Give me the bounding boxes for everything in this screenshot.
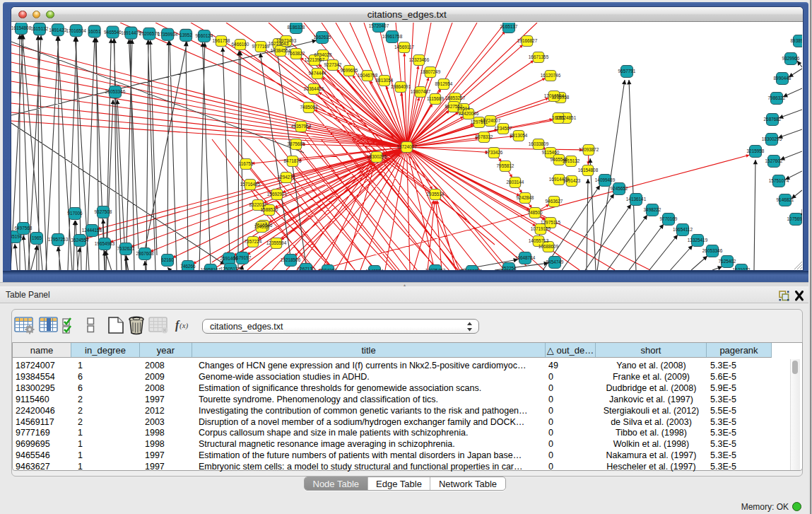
svg-text:1733426: 1733426 [486,150,503,155]
svg-text:114519: 114519 [254,224,269,229]
svg-text:39514: 39514 [457,106,470,111]
svg-text:17016504: 17016504 [66,28,86,33]
svg-text:16051: 16051 [88,28,101,33]
svg-text:18807249: 18807249 [420,69,441,74]
svg-text:10688609: 10688609 [539,244,559,249]
svg-text:6466160: 6466160 [232,42,249,47]
svg-text:9463627: 9463627 [546,199,563,204]
svg-text:17016504: 17016504 [544,93,565,98]
svg-text:7357224: 7357224 [245,239,262,244]
svg-text:8186328: 8186328 [288,25,305,30]
svg-text:7986322: 7986322 [768,95,786,100]
svg-text:9146821: 9146821 [777,197,794,202]
svg-text:6679197: 6679197 [234,255,252,260]
svg-text:1621072: 1621072 [733,267,751,270]
svg-text:1527602: 1527602 [765,158,783,163]
svg-text:9242848: 9242848 [517,195,534,200]
svg-text:252254: 252254 [501,266,517,270]
svg-text:7485063: 7485063 [300,105,318,110]
svg-text:1234567: 1234567 [495,126,512,131]
svg-text:16154808: 16154808 [11,25,32,30]
svg-text:12444158: 12444158 [82,228,102,233]
svg-text:1294275: 1294275 [278,175,295,180]
svg-text:13952: 13952 [180,33,192,37]
svg-text:11451943: 11451943 [11,234,25,239]
svg-text:(x): (x) [180,321,189,330]
svg-text:1961758: 1961758 [213,38,230,43]
svg-text:16046798: 16046798 [358,73,378,78]
svg-text:17957253: 17957253 [48,237,69,242]
svg-text:3875685: 3875685 [288,141,305,146]
svg-text:917006: 917006 [67,211,83,216]
svg-text:14569117: 14569117 [394,45,414,49]
svg-text:12505135: 12505135 [220,267,241,270]
svg-text:49357964: 49357964 [291,124,312,129]
svg-text:15692971: 15692971 [267,192,288,197]
svg-text:15751074: 15751074 [769,178,789,183]
svg-text:26053346: 26053346 [702,248,723,253]
svg-text:18300295: 18300295 [367,154,387,159]
svg-text:10654112: 10654112 [673,227,693,232]
svg-text:1491423: 1491423 [49,27,66,32]
svg-text:15720407: 15720407 [369,23,389,28]
svg-text:16914479: 16914479 [549,177,570,182]
svg-text:10961758: 10961758 [382,34,403,39]
svg-text:746266: 746266 [180,264,196,269]
svg-text:3498222: 3498222 [644,207,661,212]
svg-text:12975115: 12975115 [541,220,560,225]
svg-text:8990448: 8990448 [774,76,792,81]
svg-text:9777169: 9777169 [252,44,270,49]
svg-text:2935514: 2935514 [427,192,445,197]
svg-text:9465546: 9465546 [551,157,568,162]
svg-text:9245652: 9245652 [611,186,628,191]
svg-text:10807487: 10807487 [411,89,431,94]
svg-text:1640954: 1640954 [366,269,384,270]
svg-text:1115689: 1115689 [427,96,444,101]
svg-text:16120746: 16120746 [541,73,561,78]
svg-text:7955812: 7955812 [497,163,514,168]
svg-text:13325419: 13325419 [688,238,708,243]
svg-text:19864091: 19864091 [391,84,411,89]
svg-text:9660124: 9660124 [196,33,213,38]
svg-text:9084067: 9084067 [319,268,337,270]
svg-text:8267130: 8267130 [298,267,315,270]
svg-text:9227342: 9227342 [324,62,342,67]
svg-text:1075692: 1075692 [787,216,802,221]
svg-text:1362615: 1362615 [314,35,331,40]
svg-text:2165137: 2165137 [500,24,518,29]
svg-text:12323466: 12323466 [409,57,430,62]
svg-text:1588520: 1588520 [261,207,278,212]
svg-text:1297511: 1297511 [471,119,488,124]
svg-text:8322037: 8322037 [249,202,267,207]
svg-text:16648784: 16648784 [515,255,536,260]
svg-text:9465546: 9465546 [104,29,122,34]
svg-text:16853257: 16853257 [445,95,466,100]
svg-text:9115460: 9115460 [542,150,560,155]
svg-text:9699695: 9699695 [341,68,358,73]
svg-text:19218506: 19218506 [281,257,301,262]
svg-text:16154808: 16154808 [578,168,599,173]
svg-text:14055713: 14055713 [529,238,549,243]
svg-text:8813054: 8813054 [510,133,528,138]
svg-text:7632621: 7632621 [117,246,135,251]
svg-text:2867608: 2867608 [136,251,154,256]
svg-text:16671355: 16671355 [529,54,549,59]
svg-text:748500: 748500 [527,210,543,215]
svg-text:9657791: 9657791 [618,69,636,74]
svg-text:8471876: 8471876 [284,158,302,163]
svg-text:8454749: 8454749 [546,259,564,264]
svg-text:9474444: 9474444 [309,71,326,76]
svg-text:14136141: 14136141 [626,197,647,201]
svg-text:16033809: 16033809 [529,141,549,146]
svg-text:26053346: 26053346 [105,89,126,94]
svg-text:116753: 116753 [239,161,254,166]
svg-text:16782759: 16782759 [462,269,483,270]
svg-text:8938923: 8938923 [791,38,802,43]
svg-text:1615132: 1615132 [30,26,48,31]
svg-text:17359934: 17359934 [158,32,178,37]
svg-text:8912954: 8912954 [435,81,453,86]
svg-text:12355594: 12355594 [266,240,287,245]
svg-text:10719155: 10719155 [531,226,551,231]
svg-text:6794028: 6794028 [314,52,332,57]
svg-text:8678332: 8678332 [476,134,493,139]
